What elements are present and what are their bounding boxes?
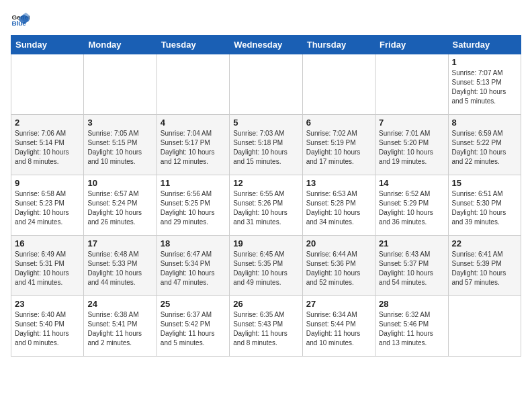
day-info: Sunrise: 6:32 AM Sunset: 5:46 PM Dayligh… xyxy=(379,310,444,348)
day-number: 28 xyxy=(379,299,444,309)
calendar-week-row: 16Sunrise: 6:49 AM Sunset: 5:31 PM Dayli… xyxy=(11,236,521,296)
calendar-cell: 6Sunrise: 7:02 AM Sunset: 5:19 PM Daylig… xyxy=(302,115,375,175)
calendar-cell xyxy=(302,54,375,115)
calendar-header-row: SundayMondayTuesdayWednesdayThursdayFrid… xyxy=(11,36,521,54)
calendar-cell: 2Sunrise: 7:06 AM Sunset: 5:14 PM Daylig… xyxy=(11,115,84,175)
calendar-cell: 14Sunrise: 6:52 AM Sunset: 5:29 PM Dayli… xyxy=(375,175,448,236)
calendar-table: SundayMondayTuesdayWednesdayThursdayFrid… xyxy=(11,35,521,357)
day-number: 10 xyxy=(87,178,152,188)
day-number: 3 xyxy=(87,118,152,128)
calendar-cell: 1Sunrise: 7:07 AM Sunset: 5:13 PM Daylig… xyxy=(448,54,521,115)
day-info: Sunrise: 6:35 AM Sunset: 5:43 PM Dayligh… xyxy=(233,310,298,348)
day-number: 26 xyxy=(233,299,298,309)
calendar-cell: 18Sunrise: 6:47 AM Sunset: 5:34 PM Dayli… xyxy=(157,236,229,296)
day-info: Sunrise: 6:41 AM Sunset: 5:39 PM Dayligh… xyxy=(452,250,517,287)
day-info: Sunrise: 6:48 AM Sunset: 5:33 PM Dayligh… xyxy=(87,250,152,287)
day-number: 6 xyxy=(306,118,371,128)
day-info: Sunrise: 6:55 AM Sunset: 5:26 PM Dayligh… xyxy=(233,189,298,227)
day-info: Sunrise: 7:04 AM Sunset: 5:17 PM Dayligh… xyxy=(161,129,226,167)
day-info: Sunrise: 6:58 AM Sunset: 5:23 PM Dayligh… xyxy=(15,189,80,227)
calendar-header-thursday: Thursday xyxy=(302,36,375,54)
day-number: 5 xyxy=(233,118,298,128)
day-info: Sunrise: 7:01 AM Sunset: 5:20 PM Dayligh… xyxy=(379,129,444,167)
day-info: Sunrise: 6:52 AM Sunset: 5:29 PM Dayligh… xyxy=(379,189,444,227)
calendar-cell: 16Sunrise: 6:49 AM Sunset: 5:31 PM Dayli… xyxy=(11,236,84,296)
calendar-cell xyxy=(11,54,84,115)
calendar-cell: 8Sunrise: 6:59 AM Sunset: 5:22 PM Daylig… xyxy=(448,115,521,175)
calendar-cell: 12Sunrise: 6:55 AM Sunset: 5:26 PM Dayli… xyxy=(230,175,302,236)
day-info: Sunrise: 7:05 AM Sunset: 5:15 PM Dayligh… xyxy=(87,129,152,167)
calendar-cell xyxy=(375,54,448,115)
day-number: 19 xyxy=(233,238,298,248)
calendar-header-sunday: Sunday xyxy=(11,36,84,54)
day-number: 1 xyxy=(452,57,517,67)
logo: General Blue xyxy=(11,11,31,30)
calendar-cell: 27Sunrise: 6:34 AM Sunset: 5:44 PM Dayli… xyxy=(302,296,375,357)
day-info: Sunrise: 6:53 AM Sunset: 5:28 PM Dayligh… xyxy=(306,189,371,227)
day-info: Sunrise: 7:07 AM Sunset: 5:13 PM Dayligh… xyxy=(452,68,517,106)
calendar-cell: 10Sunrise: 6:57 AM Sunset: 5:24 PM Dayli… xyxy=(84,175,157,236)
calendar-header-tuesday: Tuesday xyxy=(157,36,229,54)
calendar-cell: 25Sunrise: 6:37 AM Sunset: 5:42 PM Dayli… xyxy=(157,296,229,357)
calendar-cell: 4Sunrise: 7:04 AM Sunset: 5:17 PM Daylig… xyxy=(157,115,229,175)
calendar-cell xyxy=(84,54,157,115)
calendar-header-saturday: Saturday xyxy=(448,36,521,54)
day-number: 23 xyxy=(15,299,80,309)
day-info: Sunrise: 6:44 AM Sunset: 5:36 PM Dayligh… xyxy=(306,250,371,287)
calendar-cell: 26Sunrise: 6:35 AM Sunset: 5:43 PM Dayli… xyxy=(230,296,302,357)
calendar-header-friday: Friday xyxy=(375,36,448,54)
calendar-cell: 28Sunrise: 6:32 AM Sunset: 5:46 PM Dayli… xyxy=(375,296,448,357)
day-number: 12 xyxy=(233,178,298,188)
calendar-cell: 7Sunrise: 7:01 AM Sunset: 5:20 PM Daylig… xyxy=(375,115,448,175)
calendar-week-row: 1Sunrise: 7:07 AM Sunset: 5:13 PM Daylig… xyxy=(11,54,521,115)
day-number: 21 xyxy=(379,238,444,248)
day-info: Sunrise: 7:02 AM Sunset: 5:19 PM Dayligh… xyxy=(306,129,371,167)
calendar-cell: 22Sunrise: 6:41 AM Sunset: 5:39 PM Dayli… xyxy=(448,236,521,296)
day-number: 20 xyxy=(306,238,371,248)
day-number: 7 xyxy=(379,118,444,128)
day-number: 4 xyxy=(161,118,226,128)
page-header: General Blue xyxy=(11,11,521,30)
calendar-cell: 3Sunrise: 7:05 AM Sunset: 5:15 PM Daylig… xyxy=(84,115,157,175)
calendar-cell: 17Sunrise: 6:48 AM Sunset: 5:33 PM Dayli… xyxy=(84,236,157,296)
day-number: 17 xyxy=(87,238,152,248)
day-info: Sunrise: 6:47 AM Sunset: 5:34 PM Dayligh… xyxy=(161,250,226,287)
calendar-week-row: 2Sunrise: 7:06 AM Sunset: 5:14 PM Daylig… xyxy=(11,115,521,175)
calendar-header-wednesday: Wednesday xyxy=(230,36,302,54)
day-info: Sunrise: 6:56 AM Sunset: 5:25 PM Dayligh… xyxy=(161,189,226,227)
day-info: Sunrise: 6:43 AM Sunset: 5:37 PM Dayligh… xyxy=(379,250,444,287)
day-number: 13 xyxy=(306,178,371,188)
day-number: 2 xyxy=(15,118,80,128)
calendar-cell: 11Sunrise: 6:56 AM Sunset: 5:25 PM Dayli… xyxy=(157,175,229,236)
day-number: 14 xyxy=(379,178,444,188)
day-number: 24 xyxy=(87,299,152,309)
day-info: Sunrise: 6:51 AM Sunset: 5:30 PM Dayligh… xyxy=(452,189,517,227)
calendar-cell xyxy=(230,54,302,115)
calendar-header-monday: Monday xyxy=(84,36,157,54)
calendar-cell: 21Sunrise: 6:43 AM Sunset: 5:37 PM Dayli… xyxy=(375,236,448,296)
calendar-cell xyxy=(448,296,521,357)
calendar-cell xyxy=(157,54,229,115)
day-number: 15 xyxy=(452,178,517,188)
day-number: 25 xyxy=(161,299,226,309)
day-info: Sunrise: 6:40 AM Sunset: 5:40 PM Dayligh… xyxy=(15,310,80,348)
calendar-cell: 15Sunrise: 6:51 AM Sunset: 5:30 PM Dayli… xyxy=(448,175,521,236)
day-number: 8 xyxy=(452,118,517,128)
day-number: 27 xyxy=(306,299,371,309)
calendar-cell: 20Sunrise: 6:44 AM Sunset: 5:36 PM Dayli… xyxy=(302,236,375,296)
calendar-cell: 19Sunrise: 6:45 AM Sunset: 5:35 PM Dayli… xyxy=(230,236,302,296)
calendar-cell: 23Sunrise: 6:40 AM Sunset: 5:40 PM Dayli… xyxy=(11,296,84,357)
day-info: Sunrise: 7:06 AM Sunset: 5:14 PM Dayligh… xyxy=(15,129,80,167)
day-info: Sunrise: 6:45 AM Sunset: 5:35 PM Dayligh… xyxy=(233,250,298,287)
calendar-cell: 5Sunrise: 7:03 AM Sunset: 5:18 PM Daylig… xyxy=(230,115,302,175)
calendar-cell: 9Sunrise: 6:58 AM Sunset: 5:23 PM Daylig… xyxy=(11,175,84,236)
calendar-cell: 13Sunrise: 6:53 AM Sunset: 5:28 PM Dayli… xyxy=(302,175,375,236)
day-info: Sunrise: 6:57 AM Sunset: 5:24 PM Dayligh… xyxy=(87,189,152,227)
day-info: Sunrise: 6:38 AM Sunset: 5:41 PM Dayligh… xyxy=(87,310,152,348)
logo-icon: General Blue xyxy=(11,11,30,30)
day-info: Sunrise: 6:37 AM Sunset: 5:42 PM Dayligh… xyxy=(161,310,226,348)
day-number: 18 xyxy=(161,238,226,248)
day-number: 16 xyxy=(15,238,80,248)
calendar-week-row: 23Sunrise: 6:40 AM Sunset: 5:40 PM Dayli… xyxy=(11,296,521,357)
day-info: Sunrise: 6:49 AM Sunset: 5:31 PM Dayligh… xyxy=(15,250,80,287)
